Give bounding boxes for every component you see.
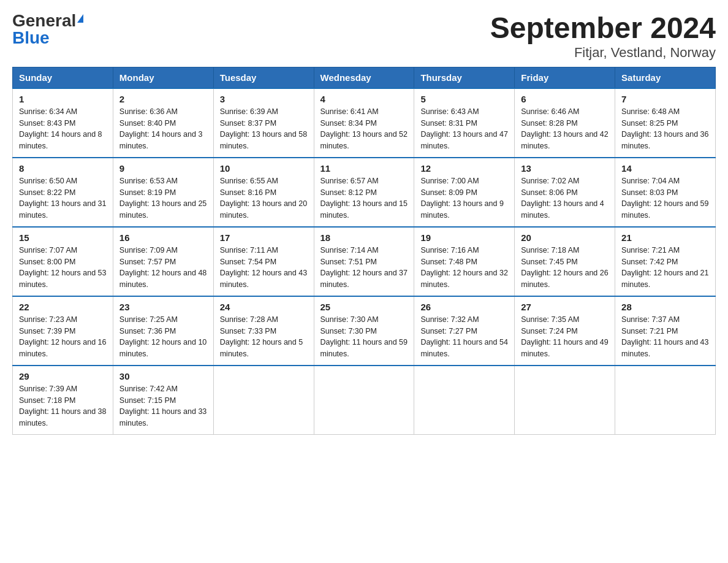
day-info: Sunrise: 6:43 AMSunset: 8:31 PMDaylight:… <box>420 107 507 150</box>
calendar-day-cell: 17 Sunrise: 7:11 AMSunset: 7:54 PMDaylig… <box>213 227 314 296</box>
calendar-subtitle: Fitjar, Vestland, Norway <box>490 45 716 61</box>
day-number: 30 <box>119 371 207 381</box>
calendar-day-cell: 6 Sunrise: 6:46 AMSunset: 8:28 PMDayligh… <box>515 88 615 158</box>
calendar-day-cell: 24 Sunrise: 7:28 AMSunset: 7:33 PMDaylig… <box>213 296 314 366</box>
calendar-day-cell: 2 Sunrise: 6:36 AMSunset: 8:40 PMDayligh… <box>113 88 213 158</box>
calendar-day-cell: 4 Sunrise: 6:41 AMSunset: 8:34 PMDayligh… <box>314 88 414 158</box>
day-info: Sunrise: 7:39 AMSunset: 7:18 PMDaylight:… <box>19 385 106 427</box>
calendar-title: September 2024 <box>490 12 716 45</box>
day-info: Sunrise: 7:14 AMSunset: 7:51 PMDaylight:… <box>320 246 408 289</box>
day-number: 29 <box>19 371 107 381</box>
weekday-header: Sunday <box>13 67 113 88</box>
calendar-day-cell <box>414 366 515 435</box>
day-info: Sunrise: 7:23 AMSunset: 7:39 PMDaylight:… <box>19 315 106 358</box>
calendar-day-cell: 13 Sunrise: 7:02 AMSunset: 8:06 PMDaylig… <box>515 158 615 227</box>
day-info: Sunrise: 7:28 AMSunset: 7:33 PMDaylight:… <box>220 315 303 358</box>
calendar-day-cell: 3 Sunrise: 6:39 AMSunset: 8:37 PMDayligh… <box>213 88 314 158</box>
logo-blue: Blue <box>12 29 50 47</box>
day-number: 20 <box>521 232 609 243</box>
logo-general: General <box>12 12 76 29</box>
calendar-day-cell <box>615 366 716 435</box>
calendar-day-cell <box>515 366 615 435</box>
title-area: September 2024 Fitjar, Vestland, Norway <box>490 12 716 61</box>
day-info: Sunrise: 6:36 AMSunset: 8:40 PMDaylight:… <box>119 107 203 150</box>
calendar-week-row: 22 Sunrise: 7:23 AMSunset: 7:39 PMDaylig… <box>13 296 716 366</box>
day-info: Sunrise: 7:07 AMSunset: 8:00 PMDaylight:… <box>19 246 106 289</box>
day-info: Sunrise: 6:55 AMSunset: 8:16 PMDaylight:… <box>220 177 307 220</box>
calendar-day-cell: 9 Sunrise: 6:53 AMSunset: 8:19 PMDayligh… <box>113 158 213 227</box>
day-info: Sunrise: 6:50 AMSunset: 8:22 PMDaylight:… <box>19 177 106 220</box>
day-info: Sunrise: 6:53 AMSunset: 8:19 PMDaylight:… <box>119 177 207 220</box>
day-info: Sunrise: 7:32 AMSunset: 7:27 PMDaylight:… <box>420 315 507 358</box>
day-info: Sunrise: 7:37 AMSunset: 7:21 PMDaylight:… <box>621 315 708 358</box>
day-number: 18 <box>320 232 408 243</box>
day-info: Sunrise: 7:30 AMSunset: 7:30 PMDaylight:… <box>320 315 408 358</box>
day-info: Sunrise: 7:04 AMSunset: 8:03 PMDaylight:… <box>621 177 708 220</box>
day-info: Sunrise: 7:21 AMSunset: 7:42 PMDaylight:… <box>621 246 708 289</box>
day-number: 8 <box>19 163 107 174</box>
calendar-day-cell: 22 Sunrise: 7:23 AMSunset: 7:39 PMDaylig… <box>13 296 113 366</box>
day-info: Sunrise: 7:02 AMSunset: 8:06 PMDaylight:… <box>521 177 604 220</box>
calendar-body: 1 Sunrise: 6:34 AMSunset: 8:43 PMDayligh… <box>13 88 716 435</box>
calendar-day-cell: 18 Sunrise: 7:14 AMSunset: 7:51 PMDaylig… <box>314 227 414 296</box>
day-number: 21 <box>621 232 709 243</box>
calendar-week-row: 15 Sunrise: 7:07 AMSunset: 8:00 PMDaylig… <box>13 227 716 296</box>
day-number: 3 <box>220 94 308 104</box>
day-number: 14 <box>621 163 709 174</box>
calendar-header: SundayMondayTuesdayWednesdayThursdayFrid… <box>13 67 716 88</box>
day-number: 6 <box>521 94 609 104</box>
weekday-header: Saturday <box>615 67 716 88</box>
day-info: Sunrise: 6:39 AMSunset: 8:37 PMDaylight:… <box>220 107 307 150</box>
calendar-day-cell: 12 Sunrise: 7:00 AMSunset: 8:09 PMDaylig… <box>414 158 515 227</box>
calendar-day-cell: 11 Sunrise: 6:57 AMSunset: 8:12 PMDaylig… <box>314 158 414 227</box>
logo: General Blue <box>12 12 83 47</box>
day-info: Sunrise: 7:25 AMSunset: 7:36 PMDaylight:… <box>119 315 207 358</box>
day-info: Sunrise: 7:42 AMSunset: 7:15 PMDaylight:… <box>119 385 207 427</box>
calendar-day-cell: 21 Sunrise: 7:21 AMSunset: 7:42 PMDaylig… <box>615 227 716 296</box>
weekday-header: Monday <box>113 67 213 88</box>
day-number: 28 <box>621 302 709 312</box>
weekday-header: Tuesday <box>213 67 314 88</box>
day-number: 13 <box>521 163 609 174</box>
calendar-day-cell: 7 Sunrise: 6:48 AMSunset: 8:25 PMDayligh… <box>615 88 716 158</box>
day-number: 5 <box>420 94 508 104</box>
day-number: 24 <box>220 302 308 312</box>
calendar-day-cell: 26 Sunrise: 7:32 AMSunset: 7:27 PMDaylig… <box>414 296 515 366</box>
day-number: 16 <box>119 232 207 243</box>
weekday-header: Wednesday <box>314 67 414 88</box>
calendar-day-cell: 10 Sunrise: 6:55 AMSunset: 8:16 PMDaylig… <box>213 158 314 227</box>
calendar-week-row: 8 Sunrise: 6:50 AMSunset: 8:22 PMDayligh… <box>13 158 716 227</box>
calendar-day-cell <box>213 366 314 435</box>
day-number: 7 <box>621 94 709 104</box>
day-number: 10 <box>220 163 308 174</box>
logo-triangle-icon <box>77 14 83 23</box>
calendar-day-cell: 27 Sunrise: 7:35 AMSunset: 7:24 PMDaylig… <box>515 296 615 366</box>
weekday-header: Thursday <box>414 67 515 88</box>
day-number: 1 <box>19 94 107 104</box>
calendar-day-cell: 15 Sunrise: 7:07 AMSunset: 8:00 PMDaylig… <box>13 227 113 296</box>
day-info: Sunrise: 7:09 AMSunset: 7:57 PMDaylight:… <box>119 246 207 289</box>
header: General Blue September 2024 Fitjar, Vest… <box>12 12 716 61</box>
day-info: Sunrise: 7:16 AMSunset: 7:48 PMDaylight:… <box>420 246 507 289</box>
calendar-day-cell: 14 Sunrise: 7:04 AMSunset: 8:03 PMDaylig… <box>615 158 716 227</box>
calendar-day-cell: 8 Sunrise: 6:50 AMSunset: 8:22 PMDayligh… <box>13 158 113 227</box>
day-number: 15 <box>19 232 107 243</box>
day-info: Sunrise: 7:11 AMSunset: 7:54 PMDaylight:… <box>220 246 307 289</box>
day-info: Sunrise: 6:48 AMSunset: 8:25 PMDaylight:… <box>621 107 708 150</box>
calendar-day-cell: 19 Sunrise: 7:16 AMSunset: 7:48 PMDaylig… <box>414 227 515 296</box>
day-info: Sunrise: 6:46 AMSunset: 8:28 PMDaylight:… <box>521 107 608 150</box>
weekday-header: Friday <box>515 67 615 88</box>
calendar-day-cell: 16 Sunrise: 7:09 AMSunset: 7:57 PMDaylig… <box>113 227 213 296</box>
day-number: 27 <box>521 302 609 312</box>
day-number: 17 <box>220 232 308 243</box>
day-info: Sunrise: 6:57 AMSunset: 8:12 PMDaylight:… <box>320 177 408 220</box>
day-number: 9 <box>119 163 207 174</box>
calendar-week-row: 29 Sunrise: 7:39 AMSunset: 7:18 PMDaylig… <box>13 366 716 435</box>
calendar-day-cell: 20 Sunrise: 7:18 AMSunset: 7:45 PMDaylig… <box>515 227 615 296</box>
calendar-table: SundayMondayTuesdayWednesdayThursdayFrid… <box>12 67 716 435</box>
calendar-day-cell: 30 Sunrise: 7:42 AMSunset: 7:15 PMDaylig… <box>113 366 213 435</box>
day-number: 2 <box>119 94 207 104</box>
day-number: 19 <box>420 232 508 243</box>
day-info: Sunrise: 7:00 AMSunset: 8:09 PMDaylight:… <box>420 177 504 220</box>
calendar-day-cell: 5 Sunrise: 6:43 AMSunset: 8:31 PMDayligh… <box>414 88 515 158</box>
